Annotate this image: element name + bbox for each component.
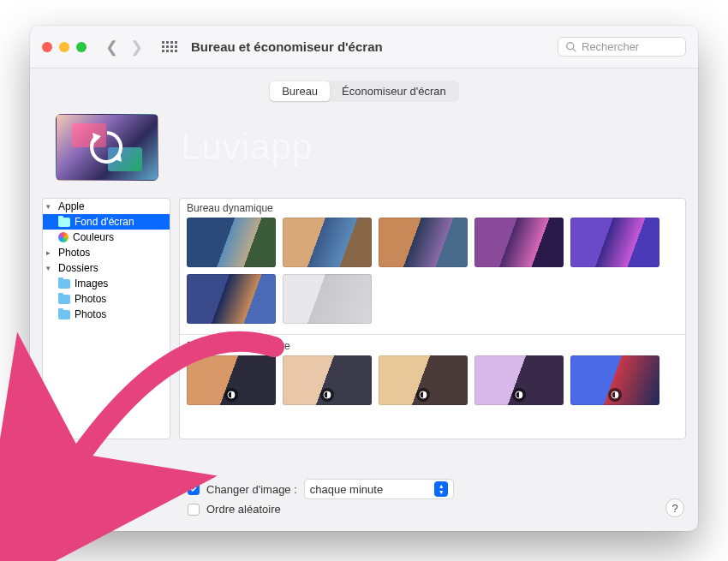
back-button[interactable]: ❮	[105, 38, 118, 57]
dynamic-row	[180, 216, 685, 332]
random-order-label: Ordre aléatoire	[206, 503, 281, 516]
tab-screensaver[interactable]: Économiseur d'écran	[330, 81, 458, 101]
preview-area: Luviapp	[30, 110, 698, 198]
sidebar-item-label: Images	[75, 278, 108, 289]
window-title: Bureau et économiseur d'écran	[191, 39, 383, 54]
change-image-checkbox[interactable]	[188, 483, 200, 495]
remove-folder-button[interactable]: −	[65, 498, 87, 515]
tab-desktop[interactable]: Bureau	[270, 81, 330, 101]
maximize-button[interactable]	[76, 42, 87, 52]
help-button[interactable]: ?	[665, 498, 684, 517]
close-button[interactable]	[42, 42, 52, 52]
lightdark-row	[180, 354, 685, 414]
source-sidebar: ▾ Apple Fond d'écran Couleurs ▸ Photos ▾…	[42, 198, 170, 439]
light-dark-badge-icon	[320, 388, 334, 402]
light-dark-badge-icon	[416, 388, 430, 402]
change-image-label: Changer d'image :	[206, 483, 297, 496]
wallpaper-thumb[interactable]	[474, 218, 564, 267]
folder-icon	[58, 279, 70, 289]
wallpaper-thumb[interactable]	[570, 355, 659, 405]
nav-arrows: ❮ ❯	[105, 38, 143, 57]
sidebar-item-label: Photos	[75, 293, 106, 305]
sidebar-group-label: Photos	[58, 247, 90, 259]
watermark: Luviapp	[181, 127, 313, 168]
wallpaper-thumb[interactable]	[187, 218, 276, 267]
sidebar-item-folder[interactable]: Images	[43, 276, 170, 291]
toolbar: ❮ ❯ Bureau et économiseur d'écran Recher…	[30, 26, 698, 69]
svg-point-0	[567, 43, 574, 50]
sidebar-group-apple[interactable]: ▾ Apple	[43, 199, 170, 214]
random-order-checkbox[interactable]	[188, 504, 200, 516]
folder-icon	[58, 218, 70, 227]
wallpaper-thumb[interactable]	[283, 218, 372, 267]
sidebar-item-folder[interactable]: Photos	[43, 291, 170, 307]
sidebar-group-label: Dossiers	[58, 262, 98, 274]
chevron-down-icon: ▾	[46, 264, 54, 272]
minimize-button[interactable]	[59, 42, 69, 52]
show-all-icon[interactable]	[162, 41, 177, 52]
folder-icon	[58, 310, 70, 319]
chevron-down-icon: ▾	[46, 202, 54, 211]
sidebar-item-folder[interactable]: Photos	[43, 307, 170, 322]
sidebar-item-wallpaper[interactable]: Fond d'écran	[43, 214, 170, 230]
cycle-icon	[86, 126, 128, 169]
sidebar-item-label: Couleurs	[73, 231, 114, 243]
check-icon	[189, 485, 198, 493]
sidebar-group-label: Apple	[58, 200, 85, 212]
add-folder-button[interactable]: +	[43, 498, 65, 515]
wallpaper-thumb[interactable]	[187, 274, 276, 324]
options-panel: Changer d'image : chaque minute ▲▼ Ordre…	[188, 479, 454, 519]
chevron-right-icon: ▸	[46, 248, 54, 257]
search-icon	[565, 41, 576, 52]
search-input[interactable]: Rechercher	[558, 37, 686, 57]
window-controls	[42, 42, 87, 52]
sidebar-item-colors[interactable]: Couleurs	[43, 230, 170, 245]
interval-select[interactable]: chaque minute ▲▼	[304, 479, 454, 499]
wallpaper-thumb[interactable]	[379, 355, 468, 405]
wallpaper-gallery: Bureau dynamique Bureau clair et sombre	[179, 198, 686, 439]
wallpaper-thumb[interactable]	[283, 355, 372, 405]
sidebar-item-label: Fond d'écran	[75, 216, 134, 228]
forward-button[interactable]: ❯	[130, 38, 143, 57]
current-wallpaper-preview	[56, 114, 158, 181]
light-dark-badge-icon	[608, 388, 622, 402]
search-placeholder: Rechercher	[582, 40, 639, 53]
add-remove-controls: + −	[42, 497, 88, 516]
wallpaper-thumb[interactable]	[570, 218, 659, 267]
wallpaper-thumb[interactable]	[283, 274, 372, 324]
color-wheel-icon	[58, 232, 69, 242]
sidebar-group-photos[interactable]: ▸ Photos	[43, 245, 170, 260]
wallpaper-thumb[interactable]	[379, 218, 468, 267]
section-title-dynamic: Bureau dynamique	[180, 199, 685, 216]
section-title-lightdark: Bureau clair et sombre	[180, 337, 685, 354]
sidebar-group-folders[interactable]: ▾ Dossiers	[43, 260, 170, 276]
interval-value: chaque minute	[310, 483, 383, 496]
preferences-window: ❮ ❯ Bureau et économiseur d'écran Recher…	[30, 26, 698, 531]
wallpaper-thumb[interactable]	[187, 355, 276, 405]
light-dark-badge-icon	[224, 388, 238, 402]
light-dark-badge-icon	[512, 388, 526, 402]
svg-line-1	[573, 49, 576, 51]
stepper-arrows-icon: ▲▼	[434, 481, 448, 497]
folder-icon	[58, 295, 70, 304]
wallpaper-thumb[interactable]	[474, 355, 564, 405]
sidebar-item-label: Photos	[75, 308, 106, 320]
tab-switcher: Bureau Économiseur d'écran	[269, 81, 459, 102]
